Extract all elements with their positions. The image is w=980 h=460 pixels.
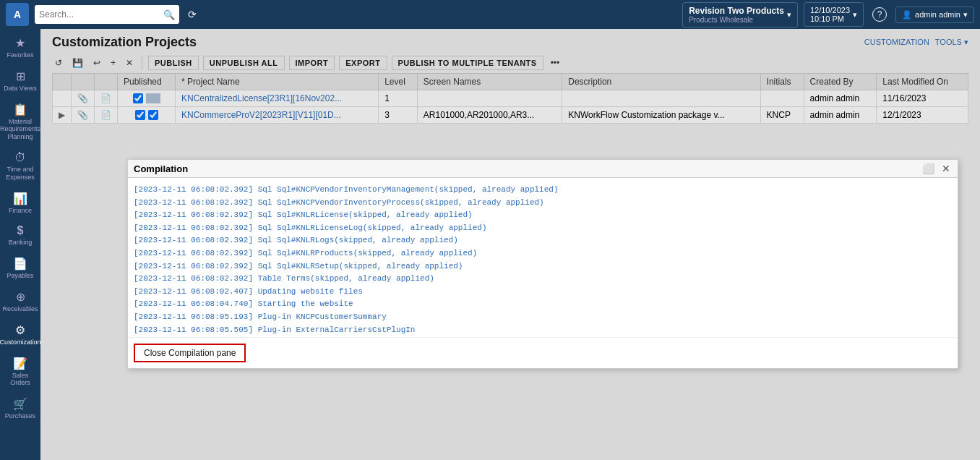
app-logo[interactable]: A bbox=[6, 3, 29, 26]
top-nav: A 🔍 ⟳ Revision Two Products Products Who… bbox=[0, 0, 980, 29]
sidebar-label-data-views: Data Views bbox=[4, 85, 36, 93]
cart-icon: 🛒 bbox=[13, 397, 27, 411]
sidebar-item-purchases[interactable]: 🛒 Purchases bbox=[0, 393, 40, 425]
search-icon: 🔍 bbox=[163, 9, 175, 20]
chart-icon: 📊 bbox=[13, 192, 27, 205]
clipboard-icon: 📋 bbox=[13, 103, 27, 116]
help-icon: ? bbox=[872, 7, 887, 22]
sidebar-label-payables: Payables bbox=[7, 272, 33, 280]
date-display: 12/10/2023 bbox=[810, 6, 850, 14]
datetime-chevron: ▾ bbox=[853, 10, 857, 20]
user-name: admin admin bbox=[915, 10, 960, 19]
sidebar-label-receivables: Receivables bbox=[2, 305, 38, 313]
modal-overlay: Compilation ⬜ ✕ [2023-12-11 06:08:02.392… bbox=[40, 29, 980, 460]
sidebar-item-data-views[interactable]: ⊞ Data Views bbox=[0, 65, 40, 97]
modal-minimize-button[interactable]: ⬜ bbox=[921, 163, 936, 174]
log-line: [2023-12-11 06:08:05.505] Plug-in Extern… bbox=[134, 324, 952, 337]
log-line: [2023-12-11 06:08:02.392] Sql Sql#KNLRLi… bbox=[134, 209, 952, 222]
log-line: [2023-12-11 06:08:02.392] Table Terms(sk… bbox=[134, 273, 952, 286]
sidebar-item-material[interactable]: 📋 Material Requirements Planning bbox=[0, 98, 40, 145]
log-line: [2023-12-11 06:08:02.392] Sql Sql#KNLRLi… bbox=[134, 222, 952, 235]
sidebar-label-purchases: Purchases bbox=[5, 412, 36, 420]
modal-body: [2023-12-11 06:08:02.392] Sql Sql#KNCPVe… bbox=[128, 178, 958, 337]
tenant-sub: Products Wholesale bbox=[689, 16, 784, 24]
log-line: [2023-12-11 06:08:02.392] Sql Sql#KNLRPr… bbox=[134, 247, 952, 260]
sidebar-item-banking[interactable]: $ Banking bbox=[0, 220, 40, 251]
content-area: Customization Projects CUSTOMIZATION TOO… bbox=[40, 29, 980, 460]
sidebar-label-customization: Customization bbox=[0, 338, 40, 346]
close-compilation-pane-button[interactable]: Close Compilation pane bbox=[134, 344, 246, 362]
sidebar-label-sales-orders: Sales Orders bbox=[3, 372, 38, 388]
clock-icon: ⏱ bbox=[14, 151, 26, 164]
star-icon: ★ bbox=[15, 36, 25, 50]
main-layout: ★ Favorites ⊞ Data Views 📋 Material Requ… bbox=[0, 29, 980, 460]
gear-icon: ⚙ bbox=[15, 323, 25, 337]
log-line: [2023-12-11 06:08:02.392] Sql Sql#KNCPVe… bbox=[134, 184, 952, 197]
grid-icon: ⊞ bbox=[16, 69, 25, 83]
sidebar-label-time: Time and Expenses bbox=[3, 166, 38, 182]
datetime-selector[interactable]: 12/10/2023 10:10 PM ▾ bbox=[804, 2, 864, 27]
doc-icon: 📄 bbox=[13, 257, 27, 271]
sidebar-item-receivables[interactable]: ⊕ Receivables bbox=[0, 286, 40, 318]
sidebar-label-finance: Finance bbox=[9, 207, 32, 215]
log-line: [2023-12-11 06:08:02.392] Sql Sql#KNLRLo… bbox=[134, 234, 952, 247]
log-line: [2023-12-11 06:08:02.392] Sql Sql#KNCPVe… bbox=[134, 197, 952, 210]
modal-close-button[interactable]: ✕ bbox=[940, 163, 952, 174]
user-avatar-icon: 👤 bbox=[902, 10, 912, 20]
sidebar-item-finance[interactable]: 📊 Finance bbox=[0, 187, 40, 219]
tenant-selector[interactable]: Revision Two Products Products Wholesale… bbox=[682, 2, 798, 27]
help-button[interactable]: ? bbox=[869, 4, 890, 25]
tenant-chevron: ▾ bbox=[787, 10, 791, 20]
sidebar-item-payables[interactable]: 📄 Payables bbox=[0, 252, 40, 284]
user-menu[interactable]: 👤 admin admin ▾ bbox=[895, 7, 974, 23]
log-line: [2023-12-11 06:08:04.740] Starting the w… bbox=[134, 298, 952, 311]
tenant-name: Revision Two Products bbox=[689, 6, 784, 16]
sidebar-label-favorites: Favorites bbox=[7, 51, 33, 59]
user-chevron: ▾ bbox=[963, 10, 968, 20]
sidebar-label-material: Material Requirements Planning bbox=[0, 118, 40, 141]
log-line: [2023-12-11 06:08:02.392] Sql Sql#KNLRSe… bbox=[134, 260, 952, 273]
time-display: 10:10 PM bbox=[810, 14, 850, 23]
history-button[interactable]: ⟳ bbox=[185, 6, 199, 23]
log-line: [2023-12-11 06:08:02.407] Updating websi… bbox=[134, 286, 952, 299]
modal-header: Compilation ⬜ ✕ bbox=[128, 160, 958, 178]
sidebar-item-customization[interactable]: ⚙ Customization bbox=[0, 319, 40, 351]
circle-plus-icon: ⊕ bbox=[16, 290, 25, 304]
search-input[interactable] bbox=[39, 9, 163, 20]
modal-footer: Close Compilation pane bbox=[128, 337, 958, 368]
sidebar-label-banking: Banking bbox=[9, 239, 33, 247]
log-line: [2023-12-11 06:08:05.193] Plug-in KNCPCu… bbox=[134, 311, 952, 324]
sidebar-item-sales-orders[interactable]: 📝 Sales Orders bbox=[0, 352, 40, 392]
notepad-icon: 📝 bbox=[13, 357, 27, 370]
compilation-modal: Compilation ⬜ ✕ [2023-12-11 06:08:02.392… bbox=[127, 159, 958, 369]
search-box[interactable]: 🔍 bbox=[35, 5, 179, 24]
sidebar-item-time[interactable]: ⏱ Time and Expenses bbox=[0, 147, 40, 186]
sidebar: ★ Favorites ⊞ Data Views 📋 Material Requ… bbox=[0, 29, 40, 460]
modal-controls: ⬜ ✕ bbox=[921, 163, 952, 174]
modal-title: Compilation bbox=[134, 163, 188, 174]
dollar-icon: $ bbox=[17, 224, 24, 237]
sidebar-item-favorites[interactable]: ★ Favorites bbox=[0, 32, 40, 64]
